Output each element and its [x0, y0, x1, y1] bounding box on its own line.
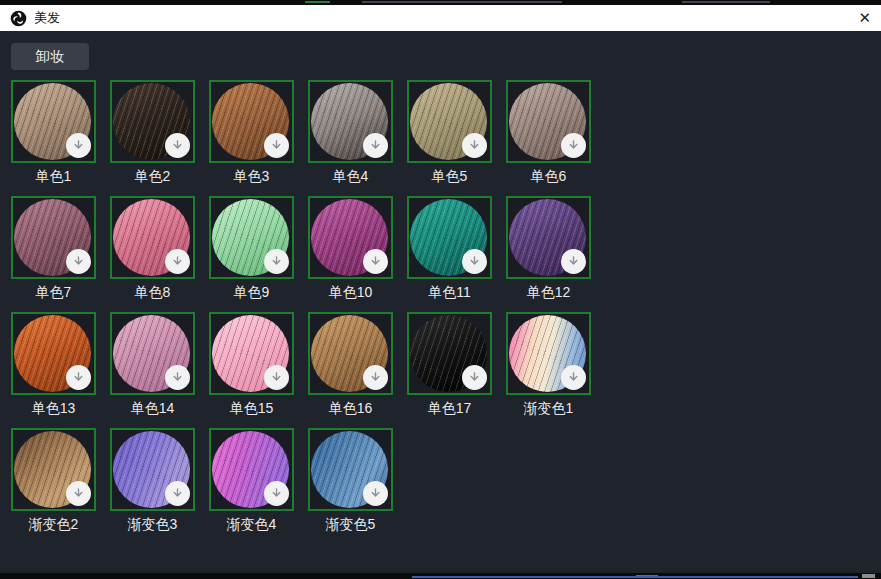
download-arrow-icon — [467, 138, 482, 153]
hair-color-label: 单色16 — [308, 400, 393, 417]
download-button[interactable] — [363, 365, 388, 390]
download-arrow-icon — [170, 138, 185, 153]
background-app-fragment — [862, 574, 875, 578]
download-arrow-icon — [368, 370, 383, 385]
download-button[interactable] — [66, 133, 91, 158]
download-arrow-icon — [71, 254, 86, 269]
hair-color-item[interactable]: 单色12 — [506, 196, 591, 301]
hair-color-item[interactable]: 渐变色2 — [11, 428, 96, 533]
hair-color-label: 渐变色1 — [506, 400, 591, 417]
hair-color-item[interactable]: 单色13 — [11, 312, 96, 417]
dialog-body: 卸妆 单色1单色2单色3单色4单色5单色6单色7单色8单色9单色10单色11单色… — [0, 31, 881, 573]
download-arrow-icon — [71, 370, 86, 385]
hair-color-item[interactable]: 渐变色3 — [110, 428, 195, 533]
hair-color-thumbnail[interactable] — [11, 428, 96, 511]
hair-color-item[interactable]: 单色8 — [110, 196, 195, 301]
remove-makeup-button[interactable]: 卸妆 — [11, 43, 89, 70]
background-app-fragment — [305, 1, 330, 3]
hair-color-thumbnail[interactable] — [11, 312, 96, 395]
hair-color-item[interactable]: 单色10 — [308, 196, 393, 301]
hair-color-thumbnail[interactable] — [209, 312, 294, 395]
download-button[interactable] — [561, 133, 586, 158]
hair-color-label: 单色13 — [11, 400, 96, 417]
download-button[interactable] — [363, 133, 388, 158]
hair-color-thumbnail[interactable] — [308, 196, 393, 279]
hair-color-thumbnail[interactable] — [110, 428, 195, 511]
download-button[interactable] — [66, 481, 91, 506]
download-button[interactable] — [165, 481, 190, 506]
hair-color-thumbnail[interactable] — [308, 80, 393, 163]
hair-color-label: 单色1 — [11, 168, 96, 185]
download-button[interactable] — [264, 249, 289, 274]
hair-style-dialog: 美发 ✕ 卸妆 单色1单色2单色3单色4单色5单色6单色7单色8单色9单色10单… — [0, 0, 881, 579]
hair-color-thumbnail[interactable] — [110, 196, 195, 279]
hair-color-thumbnail[interactable] — [209, 428, 294, 511]
hair-color-label: 渐变色4 — [209, 516, 294, 533]
hair-color-item[interactable]: 单色3 — [209, 80, 294, 185]
download-arrow-icon — [467, 370, 482, 385]
close-icon[interactable]: ✕ — [841, 5, 871, 31]
hair-color-label: 单色14 — [110, 400, 195, 417]
download-button[interactable] — [264, 365, 289, 390]
hair-color-item[interactable]: 单色1 — [11, 80, 96, 185]
hair-color-item[interactable]: 单色14 — [110, 312, 195, 417]
hair-color-thumbnail[interactable] — [407, 312, 492, 395]
hair-color-thumbnail[interactable] — [407, 80, 492, 163]
hair-color-label: 单色6 — [506, 168, 591, 185]
background-app-fragment — [682, 1, 770, 3]
download-button[interactable] — [264, 133, 289, 158]
download-button[interactable] — [264, 481, 289, 506]
download-button[interactable] — [363, 481, 388, 506]
hair-color-item[interactable]: 单色6 — [506, 80, 591, 185]
hair-color-item[interactable]: 单色7 — [11, 196, 96, 301]
download-button[interactable] — [66, 365, 91, 390]
download-arrow-icon — [170, 370, 185, 385]
hair-color-thumbnail[interactable] — [308, 312, 393, 395]
download-arrow-icon — [269, 138, 284, 153]
hair-color-thumbnail[interactable] — [308, 428, 393, 511]
hair-color-item[interactable]: 单色2 — [110, 80, 195, 185]
hair-color-label: 渐变色3 — [110, 516, 195, 533]
download-button[interactable] — [561, 249, 586, 274]
download-button[interactable] — [462, 365, 487, 390]
hair-color-item[interactable]: 单色15 — [209, 312, 294, 417]
hair-color-item[interactable]: 渐变色5 — [308, 428, 393, 533]
download-arrow-icon — [269, 370, 284, 385]
hair-color-item[interactable]: 单色9 — [209, 196, 294, 301]
hair-color-label: 单色3 — [209, 168, 294, 185]
hair-color-label: 单色7 — [11, 284, 96, 301]
download-button[interactable] — [363, 249, 388, 274]
hair-color-thumbnail[interactable] — [209, 80, 294, 163]
underlying-window-bottom-sliver — [0, 573, 881, 579]
download-arrow-icon — [170, 486, 185, 501]
download-button[interactable] — [561, 365, 586, 390]
hair-color-item[interactable]: 单色11 — [407, 196, 492, 301]
hair-color-item[interactable]: 渐变色4 — [209, 428, 294, 533]
hair-color-thumbnail[interactable] — [11, 196, 96, 279]
hair-color-label: 单色4 — [308, 168, 393, 185]
background-app-fragment — [362, 1, 562, 3]
hair-color-thumbnail[interactable] — [110, 312, 195, 395]
download-arrow-icon — [71, 486, 86, 501]
hair-color-thumbnail[interactable] — [407, 196, 492, 279]
download-button[interactable] — [462, 133, 487, 158]
hair-color-grid: 单色1单色2单色3单色4单色5单色6单色7单色8单色9单色10单色11单色12单… — [11, 80, 611, 544]
hair-color-item[interactable]: 单色4 — [308, 80, 393, 185]
hair-color-item[interactable]: 单色17 — [407, 312, 492, 417]
hair-color-thumbnail[interactable] — [110, 80, 195, 163]
hair-color-thumbnail[interactable] — [209, 196, 294, 279]
hair-color-item[interactable]: 单色16 — [308, 312, 393, 417]
download-button[interactable] — [165, 249, 190, 274]
download-button[interactable] — [462, 249, 487, 274]
download-button[interactable] — [165, 133, 190, 158]
hair-color-item[interactable]: 渐变色1 — [506, 312, 591, 417]
hair-color-thumbnail[interactable] — [506, 312, 591, 395]
hair-color-thumbnail[interactable] — [506, 80, 591, 163]
hair-color-thumbnail[interactable] — [506, 196, 591, 279]
hair-color-label: 单色5 — [407, 168, 492, 185]
hair-color-label: 单色17 — [407, 400, 492, 417]
download-button[interactable] — [165, 365, 190, 390]
hair-color-item[interactable]: 单色5 — [407, 80, 492, 185]
hair-color-thumbnail[interactable] — [11, 80, 96, 163]
download-button[interactable] — [66, 249, 91, 274]
